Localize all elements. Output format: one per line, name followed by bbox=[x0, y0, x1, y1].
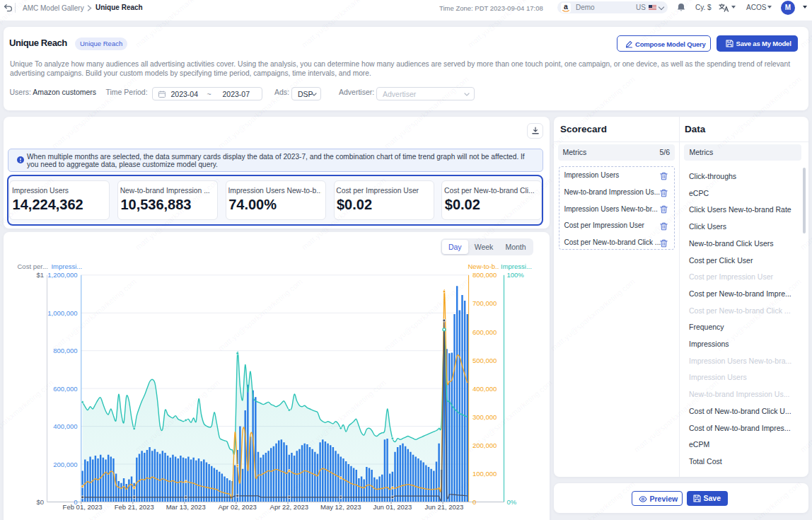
svg-text:Apr 02, 2023: Apr 02, 2023 bbox=[218, 503, 256, 511]
svg-text:Impressi...: Impressi... bbox=[501, 262, 532, 270]
svg-text:700,000: 700,000 bbox=[472, 299, 497, 307]
svg-text:800,000: 800,000 bbox=[53, 347, 77, 354]
svg-text:1,000,000: 1,000,000 bbox=[47, 308, 77, 316]
svg-text:0%: 0% bbox=[507, 498, 517, 506]
svg-text:Cost per...: Cost per... bbox=[18, 262, 48, 270]
svg-text:Feb 21, 2023: Feb 21, 2023 bbox=[115, 503, 154, 511]
svg-text:$1: $1 bbox=[36, 271, 44, 279]
svg-text:Feb 01, 2023: Feb 01, 2023 bbox=[63, 503, 103, 511]
svg-text:1,200,000: 1,200,000 bbox=[47, 271, 77, 279]
svg-text:400,000: 400,000 bbox=[53, 422, 77, 430]
svg-text:0: 0 bbox=[472, 498, 476, 506]
svg-text:100%: 100% bbox=[507, 271, 525, 279]
svg-text:Impressi...: Impressi... bbox=[51, 262, 82, 270]
svg-text:100,000: 100,000 bbox=[472, 469, 497, 477]
svg-text:500,000: 500,000 bbox=[472, 356, 497, 364]
svg-text:Mar 13, 2023: Mar 13, 2023 bbox=[166, 503, 206, 511]
svg-text:May 12, 2023: May 12, 2023 bbox=[320, 503, 361, 511]
svg-text:$0: $0 bbox=[36, 498, 44, 506]
svg-text:New-to-b..: New-to-b.. bbox=[468, 262, 499, 270]
svg-text:600,000: 600,000 bbox=[53, 384, 77, 392]
svg-text:200,000: 200,000 bbox=[472, 441, 497, 449]
svg-text:300,000: 300,000 bbox=[472, 412, 497, 420]
svg-text:600,000: 600,000 bbox=[472, 328, 497, 335]
svg-text:Jun 21, 2023: Jun 21, 2023 bbox=[424, 503, 463, 511]
svg-text:400,000: 400,000 bbox=[472, 384, 497, 392]
svg-text:200,000: 200,000 bbox=[53, 460, 77, 468]
svg-text:Jun 01, 2023: Jun 01, 2023 bbox=[373, 503, 412, 511]
svg-text:800,000: 800,000 bbox=[472, 271, 497, 279]
svg-text:Apr 22, 2023: Apr 22, 2023 bbox=[270, 503, 308, 511]
